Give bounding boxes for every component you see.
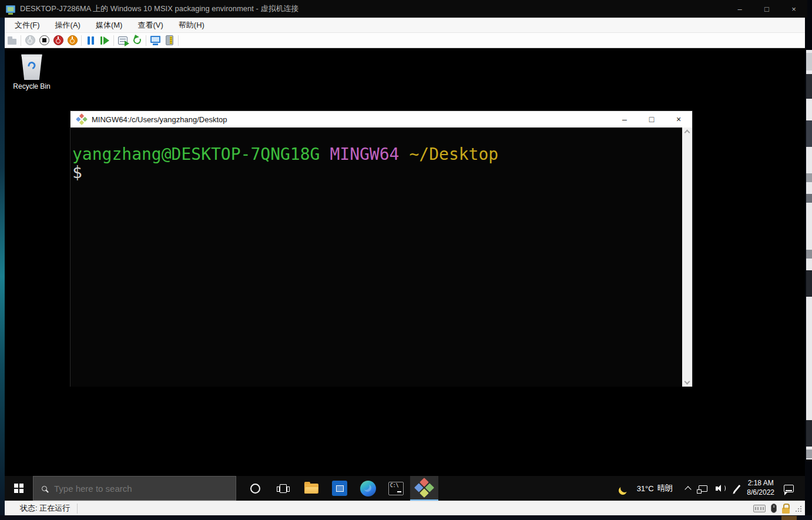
save-vm-button[interactable] [65, 33, 79, 48]
host-taskbar-strip [0, 515, 812, 520]
terminal-title: MINGW64:/c/Users/yangzhang/Desktop [92, 115, 611, 124]
vmconnect-toolbar [5, 33, 805, 48]
terminal-maximize-button[interactable]: □ [638, 111, 665, 128]
prompt-env: MINGW64 [330, 145, 399, 164]
host-window-fragment [806, 420, 812, 447]
menu-item-media[interactable]: 媒体(M) [88, 18, 130, 32]
weather-condition[interactable]: 晴朗 [657, 483, 673, 494]
chevron-up-icon[interactable] [685, 486, 691, 492]
enhanced-session-icon [150, 36, 160, 43]
lock-icon [782, 508, 790, 514]
action-center-icon[interactable] [784, 485, 794, 492]
host-window-fragment [806, 74, 812, 99]
taskbar-item-edge[interactable] [354, 476, 382, 501]
command-prompt-icon [388, 482, 404, 495]
resize-grip[interactable] [795, 505, 803, 512]
prompt-symbol: $ [72, 163, 82, 182]
msix-packaging-tool-icon [332, 481, 347, 496]
menu-item-help[interactable]: 帮助(H) [171, 18, 212, 32]
host-window-sliver [806, 50, 812, 459]
checkpoint-button[interactable] [116, 33, 130, 48]
host-window-fragment [806, 270, 812, 297]
vmconnect-menubar: 文件(F) 操作(A) 媒体(M) 查看(V) 帮助(H) [5, 18, 805, 33]
host-window-fragment [806, 173, 812, 182]
taskbar-item-task-view[interactable] [269, 476, 297, 501]
terminal-close-button[interactable]: × [665, 111, 692, 128]
task-view-icon [280, 484, 287, 493]
terminal-prompt-line: yangzhang@DESKTOP-7QNG18GMINGW64~/Deskto… [72, 145, 680, 163]
msys2-terminal-icon [414, 478, 434, 498]
taskbar-item-cmd[interactable] [382, 476, 410, 501]
system-tray: 31°C 晴朗 2:18 AM 8/6/2022 [620, 476, 805, 501]
vmconnect-close-button[interactable]: × [780, 0, 807, 18]
shut-down-vm-button[interactable] [51, 33, 65, 48]
weather-temp[interactable]: 31°C [637, 484, 654, 493]
search-icon [42, 486, 47, 491]
taskbar-clock[interactable]: 2:18 AM 8/6/2022 [747, 479, 774, 497]
desktop-icon-recycle-bin[interactable]: Recycle Bin [11, 52, 53, 90]
prompt-user-host: yangzhang@DESKTOP-7QNG18G [72, 145, 320, 164]
toolbar-separator [113, 35, 114, 46]
revert-button[interactable] [130, 33, 144, 48]
checkpoint-icon [118, 36, 127, 45]
menu-item-view[interactable]: 查看(V) [130, 18, 170, 32]
host-window-fragment [806, 449, 812, 458]
terminal-input-line: $ [72, 163, 680, 182]
menu-item-file[interactable]: 文件(F) [7, 18, 48, 32]
terminal-minimize-button[interactable]: – [611, 111, 638, 128]
clock-date: 8/6/2022 [747, 488, 774, 498]
taskbar-search[interactable] [33, 476, 236, 501]
terminal-titlebar[interactable]: MINGW64:/c/Users/yangzhang/Desktop – □ × [71, 111, 692, 128]
vmconnect-minimize-button[interactable]: – [726, 0, 753, 18]
host-window-fragment [806, 250, 812, 259]
share-button[interactable] [162, 33, 176, 48]
revert-icon [132, 35, 142, 45]
scroll-up-icon[interactable] [685, 130, 690, 136]
keyboard-icon [753, 505, 766, 512]
mouse-icon [771, 504, 777, 513]
enhanced-session-button[interactable] [148, 33, 162, 48]
taskbar-item-msys2[interactable] [410, 476, 438, 501]
pen-icon[interactable] [733, 484, 740, 492]
toolbar-separator [146, 35, 146, 46]
taskbar-item-file-explorer[interactable] [297, 476, 326, 501]
prompt-cwd: ~/Desktop [409, 145, 498, 164]
taskbar-item-msix-tool[interactable] [326, 476, 354, 501]
moon-icon[interactable] [619, 483, 629, 493]
network-icon[interactable] [699, 485, 707, 492]
host-taskbar-fragment [781, 516, 797, 520]
toolbar-separator [178, 35, 179, 46]
pause-vm-button[interactable] [83, 33, 98, 48]
settings-icon [166, 35, 173, 45]
host-window-fragment [806, 53, 812, 71]
pause-icon [88, 36, 94, 45]
start-icon [25, 35, 35, 45]
volume-icon[interactable] [716, 485, 726, 492]
terminal-output[interactable]: yangzhang@DESKTOP-7QNG18GMINGW64~/Deskto… [71, 128, 692, 387]
reset-vm-button[interactable] [98, 33, 112, 48]
ctrl-alt-del-button[interactable] [5, 33, 19, 48]
menu-item-action[interactable]: 操作(A) [48, 18, 88, 32]
vm-taskbar: 31°C 晴朗 2:18 AM 8/6/2022 [5, 476, 805, 501]
recycle-bin-icon [20, 52, 43, 80]
reset-icon [100, 36, 109, 45]
msys2-icon [76, 113, 88, 125]
cortana-icon [250, 484, 260, 494]
windows-logo-icon [14, 484, 24, 493]
terminal-scrollbar[interactable] [682, 128, 692, 387]
vmconnect-statusbar: 状态: 正在运行 [5, 501, 805, 515]
host-window-fragment [806, 194, 812, 203]
search-input[interactable] [54, 484, 213, 494]
taskbar-item-cortana[interactable] [241, 476, 269, 501]
vmconnect-maximize-button[interactable]: □ [753, 0, 780, 18]
statusbar-separator [77, 504, 78, 514]
toolbar-separator [81, 35, 82, 46]
host-wallpaper-strip [0, 18, 5, 515]
shut-down-icon [53, 35, 63, 45]
vm-status-text: 状态: 正在运行 [20, 503, 70, 514]
scroll-down-icon[interactable] [685, 379, 690, 385]
start-button[interactable] [5, 476, 33, 501]
turn-off-vm-button[interactable] [37, 33, 51, 48]
start-vm-button[interactable] [23, 33, 37, 48]
recycle-bin-label: Recycle Bin [11, 82, 53, 90]
